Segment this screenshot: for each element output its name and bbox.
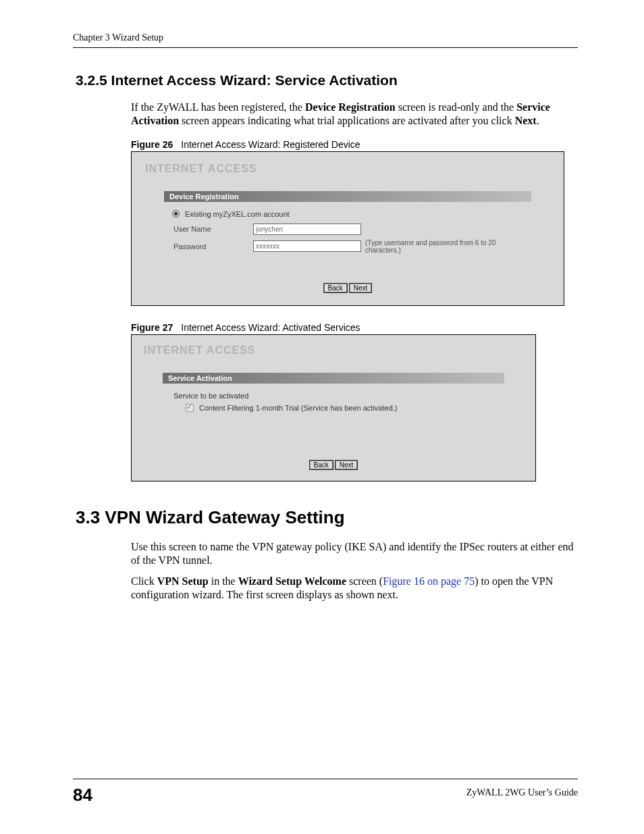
text: screen ( — [346, 575, 383, 587]
next-button[interactable]: Next — [349, 283, 373, 293]
checkbox-content-filtering[interactable] — [186, 404, 194, 412]
hint-credentials: (Type username and password from 6 to 20… — [365, 239, 526, 254]
figure-27-caption: Figure 27Internet Access Wizard: Activat… — [131, 322, 578, 333]
text: in the — [209, 575, 238, 587]
section-body: Service to be activated Content Filterin… — [168, 384, 504, 451]
wizard-title: INTERNET ACCESS — [144, 344, 523, 357]
button-row: BackNext — [144, 458, 523, 470]
wizard-title: INTERNET ACCESS — [145, 163, 550, 175]
figure-number: Figure 26 — [131, 139, 181, 150]
back-button[interactable]: Back — [309, 460, 333, 470]
figure-26-caption: Figure 26Internet Access Wizard: Registe… — [131, 139, 578, 150]
next-button[interactable]: Next — [335, 460, 358, 470]
para-325-1: If the ZyWALL has been registered, the D… — [131, 101, 578, 128]
section-header-device-registration: Device Registration — [164, 191, 531, 202]
label-password: Password — [173, 242, 249, 251]
text: screen appears indicating what trial app… — [179, 115, 515, 126]
term-next: Next — [515, 115, 537, 126]
term-vpn-setup: VPN Setup — [157, 575, 209, 587]
page-footer: 84 ZyWALL 2WG User’s Guide — [73, 779, 578, 806]
input-username[interactable] — [253, 224, 361, 235]
back-button[interactable]: Back — [323, 283, 348, 293]
figure-number: Figure 27 — [131, 322, 181, 333]
button-row: BackNext — [145, 281, 550, 293]
service-row: Content Filtering 1-month Trial (Service… — [173, 404, 499, 412]
heading-3-2-5: 3.2.5 Internet Access Wizard: Service Ac… — [76, 72, 578, 88]
para-33-2: Click VPN Setup in the Wizard Setup Welc… — [131, 575, 578, 602]
radio-row-existing-account: Existing myZyXEL.com account — [169, 210, 526, 218]
term-device-registration: Device Registration — [305, 101, 396, 113]
radio-label: Existing myZyXEL.com account — [185, 210, 290, 218]
xref-figure-16[interactable]: Figure 16 on page 75 — [383, 575, 475, 587]
radio-existing-account[interactable] — [172, 210, 180, 217]
label-service-to-be-activated: Service to be activated — [173, 392, 499, 400]
para-33-1: Use this screen to name the VPN gateway … — [131, 540, 578, 568]
text: If the ZyWALL has been registered, the — [131, 101, 305, 113]
page-number: 84 — [73, 785, 92, 806]
service-item-label: Content Filtering 1-month Trial (Service… — [199, 404, 397, 412]
section-header-service-activation: Service Activation — [163, 373, 504, 384]
term-wizard-welcome: Wizard Setup Welcome — [238, 575, 346, 587]
text: Click — [131, 575, 157, 587]
text: screen is read-only and the — [396, 101, 516, 113]
heading-3-3: 3.3 VPN Wizard Gateway Setting — [76, 507, 578, 528]
section-body: Existing myZyXEL.com account User Name P… — [164, 202, 531, 274]
figure-26-panel: INTERNET ACCESS Device Registration Exis… — [131, 151, 564, 306]
figure-title: Internet Access Wizard: Registered Devic… — [181, 139, 360, 150]
label-username: User Name — [173, 225, 249, 233]
document-title: ZyWALL 2WG User’s Guide — [466, 787, 578, 798]
running-header: Chapter 3 Wizard Setup — [73, 32, 578, 48]
text: . — [537, 115, 539, 126]
figure-title: Internet Access Wizard: Activated Servic… — [181, 322, 360, 333]
input-password[interactable] — [253, 240, 361, 252]
figure-27-panel: INTERNET ACCESS Service Activation Servi… — [131, 334, 536, 481]
